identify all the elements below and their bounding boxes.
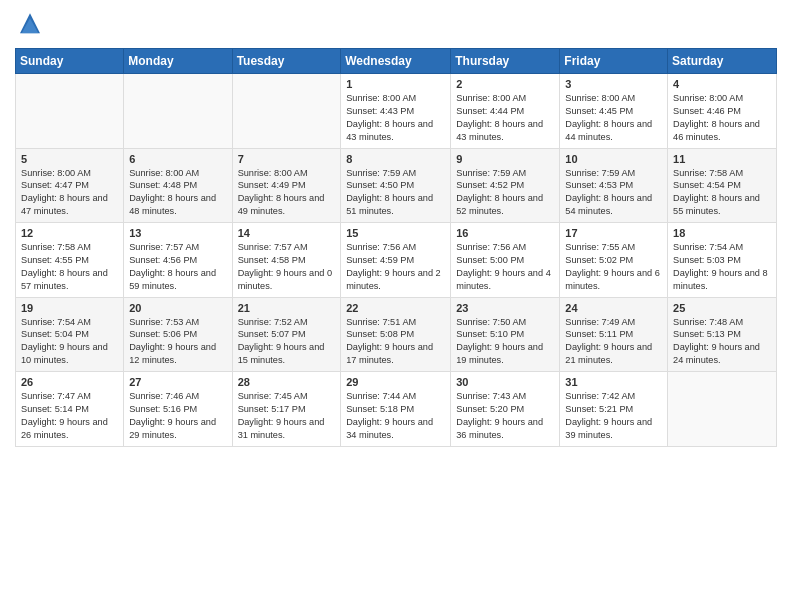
day-cell: 22Sunrise: 7:51 AM Sunset: 5:08 PM Dayli… [341, 297, 451, 372]
day-cell: 27Sunrise: 7:46 AM Sunset: 5:16 PM Dayli… [124, 372, 232, 447]
day-info: Sunrise: 7:53 AM Sunset: 5:06 PM Dayligh… [129, 316, 226, 368]
day-cell: 14Sunrise: 7:57 AM Sunset: 4:58 PM Dayli… [232, 223, 341, 298]
week-row-1: 1Sunrise: 8:00 AM Sunset: 4:43 PM Daylig… [16, 74, 777, 149]
day-number: 19 [21, 302, 118, 314]
day-cell: 30Sunrise: 7:43 AM Sunset: 5:20 PM Dayli… [451, 372, 560, 447]
week-row-4: 19Sunrise: 7:54 AM Sunset: 5:04 PM Dayli… [16, 297, 777, 372]
day-info: Sunrise: 7:44 AM Sunset: 5:18 PM Dayligh… [346, 390, 445, 442]
weekday-header-sunday: Sunday [16, 49, 124, 74]
day-cell: 12Sunrise: 7:58 AM Sunset: 4:55 PM Dayli… [16, 223, 124, 298]
day-cell: 31Sunrise: 7:42 AM Sunset: 5:21 PM Dayli… [560, 372, 668, 447]
day-cell: 21Sunrise: 7:52 AM Sunset: 5:07 PM Dayli… [232, 297, 341, 372]
day-cell: 10Sunrise: 7:59 AM Sunset: 4:53 PM Dayli… [560, 148, 668, 223]
day-number: 7 [238, 153, 336, 165]
day-cell: 15Sunrise: 7:56 AM Sunset: 4:59 PM Dayli… [341, 223, 451, 298]
day-cell: 1Sunrise: 8:00 AM Sunset: 4:43 PM Daylig… [341, 74, 451, 149]
weekday-header-row: SundayMondayTuesdayWednesdayThursdayFrid… [16, 49, 777, 74]
day-info: Sunrise: 7:56 AM Sunset: 4:59 PM Dayligh… [346, 241, 445, 293]
week-row-2: 5Sunrise: 8:00 AM Sunset: 4:47 PM Daylig… [16, 148, 777, 223]
day-cell: 25Sunrise: 7:48 AM Sunset: 5:13 PM Dayli… [668, 297, 777, 372]
day-cell: 19Sunrise: 7:54 AM Sunset: 5:04 PM Dayli… [16, 297, 124, 372]
day-cell: 3Sunrise: 8:00 AM Sunset: 4:45 PM Daylig… [560, 74, 668, 149]
weekday-header-saturday: Saturday [668, 49, 777, 74]
logo-icon [15, 10, 45, 40]
day-number: 28 [238, 376, 336, 388]
day-info: Sunrise: 7:50 AM Sunset: 5:10 PM Dayligh… [456, 316, 554, 368]
day-info: Sunrise: 7:46 AM Sunset: 5:16 PM Dayligh… [129, 390, 226, 442]
calendar-container: SundayMondayTuesdayWednesdayThursdayFrid… [0, 0, 792, 612]
day-cell: 20Sunrise: 7:53 AM Sunset: 5:06 PM Dayli… [124, 297, 232, 372]
day-info: Sunrise: 8:00 AM Sunset: 4:49 PM Dayligh… [238, 167, 336, 219]
day-cell: 16Sunrise: 7:56 AM Sunset: 5:00 PM Dayli… [451, 223, 560, 298]
day-cell: 17Sunrise: 7:55 AM Sunset: 5:02 PM Dayli… [560, 223, 668, 298]
day-cell: 8Sunrise: 7:59 AM Sunset: 4:50 PM Daylig… [341, 148, 451, 223]
weekday-header-thursday: Thursday [451, 49, 560, 74]
day-cell: 5Sunrise: 8:00 AM Sunset: 4:47 PM Daylig… [16, 148, 124, 223]
day-cell: 13Sunrise: 7:57 AM Sunset: 4:56 PM Dayli… [124, 223, 232, 298]
day-number: 4 [673, 78, 771, 90]
day-number: 26 [21, 376, 118, 388]
day-info: Sunrise: 7:58 AM Sunset: 4:55 PM Dayligh… [21, 241, 118, 293]
day-number: 9 [456, 153, 554, 165]
weekday-header-monday: Monday [124, 49, 232, 74]
day-info: Sunrise: 7:59 AM Sunset: 4:52 PM Dayligh… [456, 167, 554, 219]
day-number: 25 [673, 302, 771, 314]
day-number: 29 [346, 376, 445, 388]
day-info: Sunrise: 7:54 AM Sunset: 5:04 PM Dayligh… [21, 316, 118, 368]
day-info: Sunrise: 7:49 AM Sunset: 5:11 PM Dayligh… [565, 316, 662, 368]
day-info: Sunrise: 7:47 AM Sunset: 5:14 PM Dayligh… [21, 390, 118, 442]
day-number: 23 [456, 302, 554, 314]
calendar-table: SundayMondayTuesdayWednesdayThursdayFrid… [15, 48, 777, 447]
day-cell: 2Sunrise: 8:00 AM Sunset: 4:44 PM Daylig… [451, 74, 560, 149]
week-row-3: 12Sunrise: 7:58 AM Sunset: 4:55 PM Dayli… [16, 223, 777, 298]
day-number: 16 [456, 227, 554, 239]
day-info: Sunrise: 8:00 AM Sunset: 4:47 PM Dayligh… [21, 167, 118, 219]
day-number: 21 [238, 302, 336, 314]
day-number: 15 [346, 227, 445, 239]
day-info: Sunrise: 7:52 AM Sunset: 5:07 PM Dayligh… [238, 316, 336, 368]
day-cell [16, 74, 124, 149]
day-info: Sunrise: 7:58 AM Sunset: 4:54 PM Dayligh… [673, 167, 771, 219]
day-number: 2 [456, 78, 554, 90]
day-cell: 23Sunrise: 7:50 AM Sunset: 5:10 PM Dayli… [451, 297, 560, 372]
weekday-header-tuesday: Tuesday [232, 49, 341, 74]
day-cell: 4Sunrise: 8:00 AM Sunset: 4:46 PM Daylig… [668, 74, 777, 149]
day-cell: 29Sunrise: 7:44 AM Sunset: 5:18 PM Dayli… [341, 372, 451, 447]
day-number: 6 [129, 153, 226, 165]
day-cell: 18Sunrise: 7:54 AM Sunset: 5:03 PM Dayli… [668, 223, 777, 298]
header [15, 10, 777, 40]
day-number: 12 [21, 227, 118, 239]
day-info: Sunrise: 8:00 AM Sunset: 4:43 PM Dayligh… [346, 92, 445, 144]
day-cell: 9Sunrise: 7:59 AM Sunset: 4:52 PM Daylig… [451, 148, 560, 223]
day-number: 18 [673, 227, 771, 239]
day-info: Sunrise: 8:00 AM Sunset: 4:45 PM Dayligh… [565, 92, 662, 144]
day-number: 1 [346, 78, 445, 90]
day-info: Sunrise: 7:59 AM Sunset: 4:50 PM Dayligh… [346, 167, 445, 219]
day-cell: 11Sunrise: 7:58 AM Sunset: 4:54 PM Dayli… [668, 148, 777, 223]
weekday-header-wednesday: Wednesday [341, 49, 451, 74]
weekday-header-friday: Friday [560, 49, 668, 74]
day-number: 13 [129, 227, 226, 239]
day-info: Sunrise: 7:48 AM Sunset: 5:13 PM Dayligh… [673, 316, 771, 368]
day-info: Sunrise: 7:45 AM Sunset: 5:17 PM Dayligh… [238, 390, 336, 442]
day-info: Sunrise: 7:54 AM Sunset: 5:03 PM Dayligh… [673, 241, 771, 293]
day-info: Sunrise: 7:59 AM Sunset: 4:53 PM Dayligh… [565, 167, 662, 219]
day-number: 30 [456, 376, 554, 388]
day-cell [232, 74, 341, 149]
day-number: 22 [346, 302, 445, 314]
day-number: 11 [673, 153, 771, 165]
logo [15, 10, 47, 40]
day-info: Sunrise: 8:00 AM Sunset: 4:46 PM Dayligh… [673, 92, 771, 144]
day-number: 8 [346, 153, 445, 165]
day-number: 10 [565, 153, 662, 165]
day-info: Sunrise: 7:57 AM Sunset: 4:58 PM Dayligh… [238, 241, 336, 293]
day-cell: 24Sunrise: 7:49 AM Sunset: 5:11 PM Dayli… [560, 297, 668, 372]
day-info: Sunrise: 7:51 AM Sunset: 5:08 PM Dayligh… [346, 316, 445, 368]
day-number: 20 [129, 302, 226, 314]
day-cell: 6Sunrise: 8:00 AM Sunset: 4:48 PM Daylig… [124, 148, 232, 223]
day-number: 24 [565, 302, 662, 314]
day-number: 14 [238, 227, 336, 239]
day-cell: 7Sunrise: 8:00 AM Sunset: 4:49 PM Daylig… [232, 148, 341, 223]
day-info: Sunrise: 7:57 AM Sunset: 4:56 PM Dayligh… [129, 241, 226, 293]
day-info: Sunrise: 8:00 AM Sunset: 4:44 PM Dayligh… [456, 92, 554, 144]
